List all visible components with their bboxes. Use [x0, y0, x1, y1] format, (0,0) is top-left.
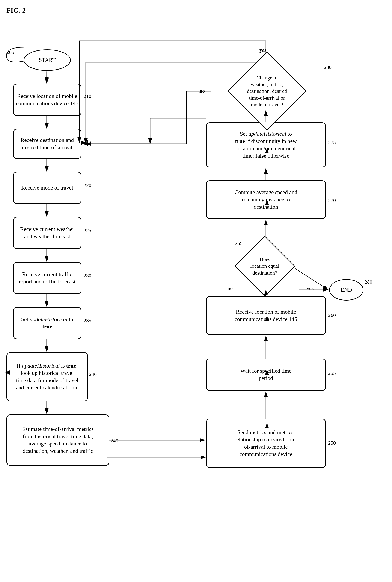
label-270: 270 — [328, 197, 336, 203]
node-245: Estimate time-of-arrival metricsfrom his… — [6, 414, 109, 466]
node-210: Receive location of mobilecommunications… — [13, 84, 82, 116]
label-240: 240 — [89, 371, 97, 377]
node-250-label: Send metrics and metrics'relationship to… — [234, 429, 297, 458]
node-215: Receive destination anddesired time-of-a… — [13, 129, 82, 159]
node-230: Receive current trafficreport and traffi… — [13, 262, 82, 294]
start-node: START — [24, 49, 71, 71]
label-250: 250 — [328, 440, 336, 446]
node-270: Compute average speed andremaining dista… — [206, 180, 326, 219]
label-220: 220 — [84, 182, 91, 188]
node-265-label: Doeslocation equaldestination? — [242, 256, 287, 276]
node-280-label: Change inweather, traffic,destination, d… — [235, 75, 299, 108]
node-250: Send metrics and metrics'relationship to… — [206, 419, 326, 468]
node-265: Doeslocation equaldestination? — [235, 236, 295, 296]
node-260-label: Receive location of mobilecommunications… — [234, 308, 297, 323]
svg-marker-23 — [82, 141, 86, 145]
label-255: 255 — [328, 370, 336, 376]
node-225: Receive current weatherand weather forec… — [13, 217, 82, 249]
label-280b: 280 — [364, 279, 372, 285]
node-255-label: Wait for specified timeperiod — [240, 367, 292, 382]
node-255: Wait for specified timeperiod — [206, 359, 326, 391]
node-275-label: Set updateHistorical totrue if discontin… — [235, 130, 296, 159]
node-240-label: If updateHistorical is true:look up hist… — [16, 362, 78, 391]
label-260: 260 — [328, 312, 336, 318]
node-215-label: Receive destination anddesired time-of-a… — [20, 137, 74, 151]
label-275: 275 — [328, 140, 336, 145]
label-265: 265 — [235, 240, 242, 246]
yes-label-280: yes — [260, 47, 266, 53]
node-220-label: Receive mode of travel — [21, 184, 73, 191]
node-270-label: Compute average speed andremaining dista… — [234, 189, 297, 210]
node-245-label: Estimate time-of-arrival metricsfrom his… — [22, 426, 94, 454]
label-225: 225 — [84, 227, 91, 233]
fig-label: FIG. 2 — [6, 7, 26, 14]
node-280: Change inweather, traffic,destination, d… — [211, 54, 323, 129]
label-235: 235 — [84, 318, 91, 324]
label-230: 230 — [84, 273, 91, 278]
no-label-280: no — [200, 88, 205, 94]
end-label: END — [340, 286, 352, 294]
end-node: END — [329, 279, 364, 301]
yes-label-265: yes — [307, 285, 314, 291]
node-230-label: Receive current trafficreport and traffi… — [19, 271, 76, 285]
node-260: Receive location of mobilecommunications… — [206, 296, 326, 335]
svg-marker-24 — [5, 370, 10, 375]
node-235: Set updateHistorical totrue — [13, 307, 82, 339]
no-label-265: no — [227, 285, 233, 291]
label-210: 210 — [84, 93, 91, 99]
node-240: If updateHistorical is true:look up hist… — [6, 352, 88, 401]
node-220: Receive mode of travel — [13, 172, 82, 204]
label-280: 280 — [324, 64, 332, 70]
node-225-label: Receive current weatherand weather forec… — [20, 226, 74, 240]
node-210-label: Receive location of mobilecommunications… — [16, 93, 78, 107]
node-235-label: Set updateHistorical totrue — [21, 316, 73, 330]
start-label: START — [39, 57, 56, 64]
label-245: 245 — [110, 438, 118, 444]
